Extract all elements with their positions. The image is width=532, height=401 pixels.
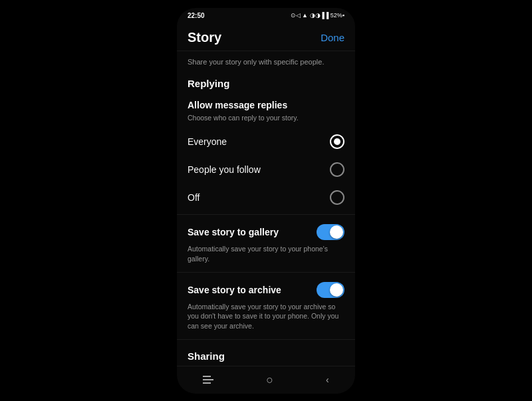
divider-1: [177, 214, 355, 215]
phone-frame: 22:50 ⊙◁ ▲ ◑◑▐▐ 52%▪ Story Done Share yo…: [177, 8, 355, 394]
radio-off-label: Off: [188, 192, 200, 203]
done-button[interactable]: Done: [321, 32, 344, 43]
save-archive-toggle[interactable]: [317, 282, 344, 298]
nav-back-icon[interactable]: ‹: [326, 374, 329, 385]
toggle-row-gallery: Save story to gallery: [177, 217, 355, 244]
nav-home-icon[interactable]: ○: [266, 373, 273, 387]
section-sharing: Sharing: [177, 342, 355, 366]
allow-replies-label: Allow message replies: [177, 93, 355, 113]
story-subtitle: Share your story only with specific peop…: [177, 51, 355, 70]
radio-off-btn[interactable]: [330, 190, 344, 205]
divider-3: [177, 339, 355, 340]
save-gallery-sub: Automatically save your story to your ph…: [177, 244, 355, 269]
radio-everyone-label: Everyone: [188, 136, 227, 147]
hamburger-icon: [203, 376, 213, 384]
save-archive-label: Save story to archive: [188, 285, 281, 295]
radio-people-follow[interactable]: People you follow: [177, 156, 355, 184]
top-bar: Story Done: [177, 22, 355, 51]
status-icons-text: ⊙◁ ▲ ◑◑▐▐ 52%▪: [291, 12, 344, 19]
allow-replies-sub: Choose who can reply to your story.: [177, 113, 355, 128]
radio-people-follow-label: People you follow: [188, 164, 261, 175]
toggle-row-archive: Save story to archive: [177, 275, 355, 302]
section-replying: Replying: [177, 70, 355, 93]
radio-off[interactable]: Off: [177, 184, 355, 211]
save-gallery-toggle[interactable]: [317, 224, 344, 240]
save-archive-sub: Automatically save your story to your ar…: [177, 302, 355, 336]
radio-everyone[interactable]: Everyone: [177, 128, 355, 156]
status-bar: 22:50 ⊙◁ ▲ ◑◑▐▐ 52%▪: [177, 8, 355, 22]
time: 22:50: [188, 12, 205, 19]
nav-bar: ○ ‹: [177, 366, 355, 394]
radio-people-follow-btn[interactable]: [330, 162, 344, 177]
screen: Story Done Share your story only with sp…: [177, 22, 355, 366]
status-icons: ⊙◁ ▲ ◑◑▐▐ 52%▪: [291, 12, 344, 19]
nav-menu-icon[interactable]: [203, 376, 213, 384]
page-title: Story: [188, 30, 221, 45]
divider-2: [177, 272, 355, 273]
save-gallery-label: Save story to gallery: [188, 227, 279, 237]
radio-everyone-btn[interactable]: [330, 134, 344, 149]
